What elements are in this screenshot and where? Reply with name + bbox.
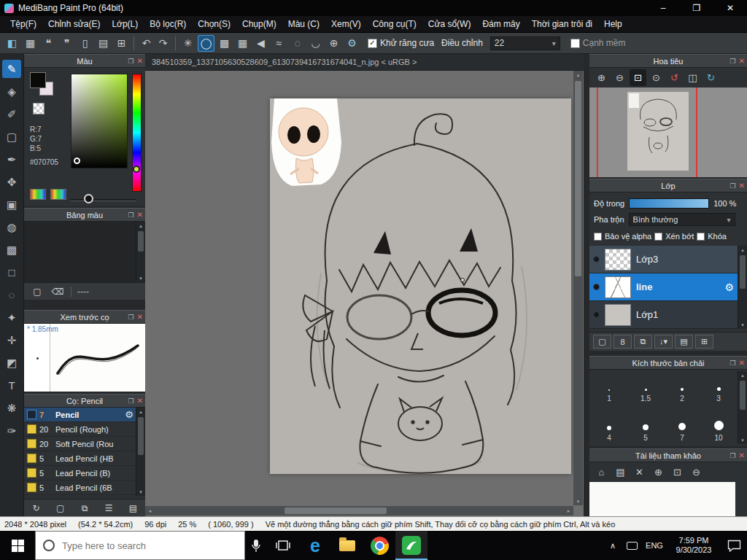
Pencil[interactable]: 7 Pencil ⚙ <box>24 408 136 422</box>
canvas-vertical-scrollbar[interactable]: ▴ ▾ <box>573 71 583 505</box>
taskbar-clock[interactable]: 7:59 PM 9/30/2023 <box>667 536 721 555</box>
Soft Pencil (Rou[interactable]: 20 Soft Pencil (Rou ⚙ <box>24 437 136 451</box>
restore-button[interactable]: ❐ <box>680 0 713 16</box>
ref-zoom-in-icon[interactable]: ⊕ <box>650 464 667 481</box>
brush-size-scrollbar[interactable]: ▴ ▾ <box>738 371 747 444</box>
smudge-tool[interactable]: ✐ <box>2 105 21 123</box>
menu-item[interactable]: Cửa sổ(W) <box>422 17 477 31</box>
visibility-dot[interactable] <box>593 284 600 290</box>
zoom-out-icon[interactable]: ⊖ <box>611 69 628 86</box>
rotate-reset-icon[interactable]: ↻ <box>703 69 719 86</box>
merge-layer-icon[interactable]: ⊞ <box>695 335 713 349</box>
lasso-tool[interactable]: ◌ <box>2 286 21 304</box>
palette-scrollbar[interactable]: ▴ ▾ <box>136 222 145 282</box>
scroll-down-icon[interactable]: ▾ <box>573 497 583 505</box>
ref-close-icon[interactable]: ✕ <box>631 464 648 481</box>
popout-icon[interactable]: ❐ <box>128 211 134 219</box>
adjust-dropdown[interactable]: 22 ▾ <box>490 36 560 50</box>
color-slider-knob[interactable] <box>84 194 93 203</box>
Lead Pencil (6B[interactable]: 5 Lead Pencil (6B ⚙ <box>24 481 136 495</box>
gradient-tool[interactable]: ▩ <box>2 241 21 259</box>
file-explorer-icon[interactable] <box>331 531 363 560</box>
document-icon[interactable]: ▯ <box>77 35 93 52</box>
halftone-icon[interactable]: ▦ <box>234 35 251 52</box>
save-icon[interactable]: ▦ <box>22 35 39 52</box>
palette-mode-icon[interactable] <box>30 189 46 200</box>
scroll-up-icon[interactable]: ▴ <box>136 408 145 416</box>
taskbar-search[interactable] <box>35 531 245 560</box>
scrollbar-thumb[interactable] <box>138 417 144 455</box>
color-window-icon[interactable]: ◧ <box>4 35 20 52</box>
palette-swatch-area[interactable] <box>24 222 136 282</box>
brush-size-option[interactable]: 1 <box>591 371 627 405</box>
magic-wand-tool[interactable]: ✦ <box>2 308 21 327</box>
shape-brush-tool[interactable]: ▣ <box>2 195 21 214</box>
chat-icon[interactable]: ❞ <box>58 35 75 52</box>
close-icon[interactable]: ✕ <box>137 211 143 219</box>
navigator-thumbnail[interactable] <box>589 88 747 177</box>
ref-fit-icon[interactable]: ⊡ <box>669 464 686 481</box>
hue-marker[interactable] <box>133 166 140 173</box>
select-pen-tool[interactable]: ✛ <box>2 331 21 349</box>
menu-item[interactable]: Tệp(F) <box>4 17 42 31</box>
scroll-down-icon[interactable]: ▾ <box>738 436 747 444</box>
scroll-up-icon[interactable]: ▴ <box>738 371 747 379</box>
menu-item[interactable]: Đám mây <box>476 17 525 31</box>
menu-item[interactable]: Chỉnh sửa(E) <box>42 17 106 31</box>
menu-item[interactable]: Chụp(M) <box>236 17 282 31</box>
sync-brush-icon[interactable]: ↻ <box>29 502 44 515</box>
brush-size-option[interactable]: 3 <box>700 371 737 405</box>
scroll-up-icon[interactable]: ▴ <box>136 222 145 230</box>
ref-folder-icon[interactable]: ▤ <box>612 464 629 481</box>
crosshair-icon[interactable]: ⊕ <box>325 35 342 52</box>
add-layer-icon[interactable]: ▢ <box>593 335 611 349</box>
scrollbar-thumb[interactable] <box>740 381 746 410</box>
palette-mode2-icon[interactable] <box>50 189 66 200</box>
undo-icon[interactable]: ↶ <box>138 35 155 52</box>
start-button[interactable] <box>0 531 35 560</box>
close-icon[interactable]: ✕ <box>739 451 745 459</box>
language-indicator[interactable]: ENG <box>642 541 667 550</box>
flip-icon[interactable]: ◫ <box>684 69 701 86</box>
scrollbar-thumb[interactable] <box>740 255 746 289</box>
blend-dropdown[interactable]: Bình thường ▾ <box>629 213 735 226</box>
rotate-ccw-icon[interactable]: ↺ <box>666 69 683 86</box>
scroll-down-icon[interactable]: ▾ <box>136 274 145 282</box>
visibility-dot[interactable] <box>593 256 600 262</box>
menu-item[interactable]: Bộ lọc(R) <box>144 17 192 31</box>
add-8bit-layer-icon[interactable]: 8 <box>614 335 632 349</box>
antialias-checkbox[interactable]: ✓ <box>368 39 377 48</box>
saturation-value-picker[interactable] <box>71 74 128 168</box>
brush-folder-icon[interactable]: ▤ <box>125 502 140 515</box>
tray-expand-icon[interactable]: ∧ <box>604 541 622 551</box>
menu-item[interactable]: Công cụ(T) <box>367 17 422 31</box>
layer-list-scrollbar[interactable]: ▴ ▾ <box>738 246 747 329</box>
bucket-tool[interactable]: ◍ <box>2 218 21 236</box>
menu-item[interactable]: Lớp(L) <box>106 17 144 31</box>
brush-tool[interactable]: ✎ <box>2 60 21 78</box>
brush-size-option[interactable]: 1.5 <box>627 371 664 405</box>
close-icon[interactable]: ✕ <box>739 182 745 190</box>
sv-marker[interactable] <box>74 158 80 164</box>
microphone-icon[interactable] <box>245 531 267 560</box>
brush-size-option[interactable]: 4 <box>591 405 627 444</box>
settings-gear-icon[interactable]: ⚙ <box>344 35 360 52</box>
gear-icon[interactable]: ⚙ <box>125 409 133 420</box>
brush-list-scrollbar[interactable]: ▴ ▾ <box>136 408 145 496</box>
line[interactable]: line ⚙ <box>589 273 738 301</box>
spinner-icon[interactable]: ✳ <box>179 35 196 52</box>
ref-zoom-out-icon[interactable]: ⊖ <box>688 464 705 481</box>
chrome-icon[interactable] <box>363 531 395 560</box>
eyedropper-tool[interactable]: ✑ <box>2 421 21 440</box>
foreground-color-swatch[interactable] <box>30 72 46 88</box>
duplicate-layer-icon[interactable]: ⧉ <box>634 335 652 349</box>
medibang-taskbar-icon[interactable] <box>395 531 427 560</box>
soft-edge-checkbox[interactable] <box>570 39 580 48</box>
clipping-checkbox[interactable] <box>654 233 662 241</box>
Pencil (Rough)[interactable]: 20 Pencil (Rough) ⚙ <box>24 422 136 437</box>
delete-swatch-icon[interactable]: ⌫ <box>50 285 65 298</box>
menu-item[interactable]: Xem(V) <box>325 17 367 31</box>
scroll-right-icon[interactable]: ▸ <box>564 508 573 514</box>
duplicate-brush-icon[interactable]: ⧉ <box>77 502 92 515</box>
scroll-down-icon[interactable]: ▾ <box>738 321 747 329</box>
